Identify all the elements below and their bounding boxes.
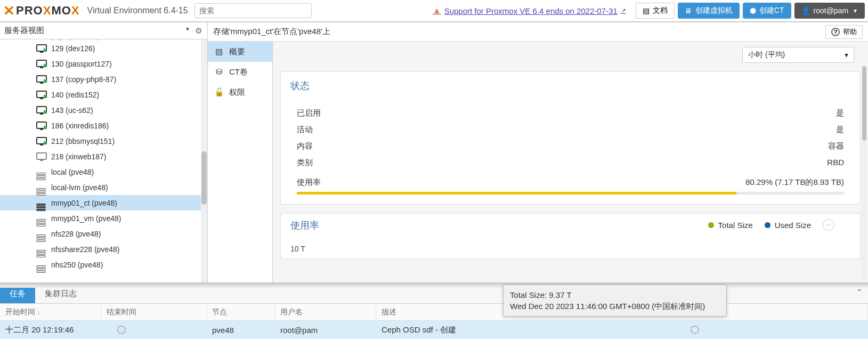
- task-panel: ⌃ 任务 集群日志 开始时间↓ 结束时间 节点 用户名 描述 状态 十二月 20…: [0, 282, 868, 357]
- spinner-icon: [691, 326, 699, 334]
- unlock-icon: 🔓: [214, 87, 224, 97]
- subnav-ctvol[interactable]: ⛁ CT卷: [208, 62, 272, 82]
- tree-item[interactable]: local (pve48): [0, 164, 201, 180]
- resize-handle[interactable]: [0, 285, 868, 288]
- scrollbar-thumb[interactable]: [201, 151, 207, 205]
- tree-item-label: 140 (redis152): [51, 91, 99, 99]
- help-icon: ?: [831, 28, 840, 36]
- subnav-summary[interactable]: ▤ 概要: [208, 42, 272, 62]
- th-end[interactable]: 结束时间: [101, 304, 207, 320]
- support-link-text: Support for Proxmox VE 6.4 ends on 2022-…: [444, 6, 618, 15]
- vm-running-icon: [36, 75, 48, 84]
- book-icon: ▤: [214, 47, 224, 56]
- chart-settings-icon[interactable]: ─: [823, 219, 834, 231]
- cube-icon: ⬢: [750, 6, 756, 15]
- scrollbar[interactable]: [201, 39, 207, 282]
- storage-icon: [36, 199, 48, 207]
- tree-item-label: 129 (dev126): [51, 44, 95, 53]
- tree-item-label: mmyp01_ct (pve48): [51, 199, 117, 207]
- tree-item-label: local (pve48): [51, 168, 94, 176]
- main-panel: 存储'mmyp01_ct'在节点'pve48'上 ? 帮助 ▤ 概要 ⛁ CT卷…: [208, 22, 868, 282]
- create-ct-button[interactable]: ⬢ 创建CT: [743, 3, 791, 19]
- external-link-icon: ↗: [621, 7, 626, 14]
- search-input[interactable]: [194, 3, 312, 18]
- tree-item-label: 212 (bbsmysql151): [51, 137, 115, 145]
- status-title: 状态: [290, 79, 850, 92]
- disk-icon: ⛁: [214, 67, 224, 77]
- header: ✕ PROXMOX Virtual Environment 6.4-15 ▲ S…: [0, 0, 868, 22]
- version-label: Virtual Environment 6.4-15: [87, 6, 188, 15]
- legend-dot-used: [765, 222, 770, 228]
- tree-item-label: 130 (passport127): [51, 60, 112, 68]
- chevron-down-icon: ▼: [853, 8, 858, 14]
- vm-running-icon: [36, 44, 48, 53]
- tree-item[interactable]: 186 (xinredis186): [0, 118, 201, 133]
- th-node[interactable]: 节点: [207, 304, 275, 320]
- tree-item[interactable]: nfs228 (pve48): [0, 226, 201, 241]
- content-header: 存储'mmyp01_ct'在节点'pve48'上 ? 帮助: [208, 22, 868, 42]
- help-button[interactable]: ? 帮助: [825, 25, 863, 39]
- vm-running-icon: [36, 137, 48, 145]
- vm-stopped-icon: [36, 152, 48, 161]
- period-select[interactable]: 小时 (平均) ▾: [742, 47, 854, 63]
- logo: ✕ PROXMOX: [3, 3, 80, 19]
- tree-item-label: 218 (xinweb187): [51, 152, 107, 161]
- tree-item[interactable]: 212 (bbsmysql151): [0, 133, 201, 149]
- storage-icon: [36, 214, 48, 223]
- tree-item-label: nfsshare228 (pve48): [51, 245, 119, 254]
- task-row[interactable]: 十二月 20 12:19:46 pve48 root@pam Ceph OSD …: [0, 321, 868, 339]
- vm-running-icon: [36, 91, 48, 99]
- scrollbar-thumb[interactable]: [862, 66, 866, 141]
- tree-item-label: 186 (xinredis186): [51, 121, 109, 130]
- tree-item[interactable]: nhs250 (pve48): [0, 257, 201, 272]
- tree-item[interactable]: local-lvm (pve48): [0, 180, 201, 195]
- detail-area: 小时 (平均) ▾ 状态 已启用是 活动是 内容容器 类别RBD 使用率80.2…: [273, 42, 868, 282]
- usage-chart-card: 使用率 Total Size Used Size ─ 10 T: [280, 213, 861, 259]
- tree-item[interactable]: 140 (redis152): [0, 87, 201, 102]
- tree-item[interactable]: mmyp01_ct (pve48): [0, 195, 201, 210]
- book-icon: ▤: [643, 6, 650, 15]
- tree-item[interactable]: nfsshare228 (pve48): [0, 241, 201, 257]
- settings-icon[interactable]: ⚙: [193, 26, 203, 36]
- docs-button[interactable]: ▤ 文档: [636, 3, 675, 19]
- chevron-down-icon: ▾: [845, 51, 848, 59]
- th-start[interactable]: 开始时间↓: [0, 304, 101, 320]
- tree-item-label: 143 (uc-s62): [51, 106, 93, 115]
- user-menu-button[interactable]: 👤 root@pam ▼: [794, 3, 865, 19]
- support-link[interactable]: ▲ Support for Proxmox VE 6.4 ends on 202…: [433, 6, 626, 15]
- tree-item[interactable]: 218 (xinweb187): [0, 149, 201, 164]
- subnav: ▤ 概要 ⛁ CT卷 🔓 权限: [208, 42, 273, 282]
- tree-item[interactable]: 143 (uc-s62): [0, 102, 201, 118]
- legend-dot-total: [708, 222, 714, 228]
- vm-running-icon: [36, 60, 48, 68]
- collapse-icon[interactable]: ⌃: [856, 288, 863, 296]
- vm-running-icon: [36, 106, 48, 115]
- warning-icon: ▲: [433, 6, 441, 15]
- vm-running-icon: [36, 121, 48, 130]
- storage-icon: [36, 168, 48, 176]
- tree-item[interactable]: 130 (passport127): [0, 56, 201, 71]
- create-vm-button[interactable]: 🖥 创建虚拟机: [678, 3, 740, 19]
- scrollbar[interactable]: [862, 66, 867, 281]
- tree-item[interactable]: mmyp01_vm (pve48): [0, 210, 201, 226]
- chart-tooltip: Total Size: 9.37 T Wed Dec 20 2023 11:46…: [503, 285, 727, 317]
- logo-x-icon: ✕: [3, 3, 15, 19]
- tree-panel: 服务器视图 ▼ ⚙ 127 (mysqltest175)129 (dev126)…: [0, 22, 208, 282]
- tree-item-label: nfs228 (pve48): [51, 230, 101, 238]
- task-headers: 开始时间↓ 结束时间 节点 用户名 描述 状态: [0, 304, 868, 321]
- progress-fill: [297, 192, 736, 194]
- view-selector[interactable]: 服务器视图 ▼ ⚙: [0, 22, 207, 39]
- tree-scroll[interactable]: 127 (mysqltest175)129 (dev126)130 (passp…: [0, 39, 207, 282]
- subnav-permissions[interactable]: 🔓 权限: [208, 82, 272, 102]
- chevron-down-icon: ▼: [185, 26, 190, 36]
- logo-text: PROXMOX: [16, 4, 80, 18]
- spinner-icon: [117, 326, 126, 334]
- th-user[interactable]: 用户名: [275, 304, 376, 320]
- status-card: 状态 已启用是 活动是 内容容器 类别RBD 使用率80.29% (7.17 T…: [280, 71, 861, 205]
- storage-icon: [36, 230, 48, 238]
- tree-item-label: 137 (copy-php8-87): [51, 75, 116, 84]
- storage-icon: [36, 245, 48, 254]
- tree-item-label: local-lvm (pve48): [51, 183, 108, 192]
- tree-item[interactable]: 137 (copy-php8-87): [0, 71, 201, 87]
- tree-item[interactable]: 129 (dev126): [0, 40, 201, 56]
